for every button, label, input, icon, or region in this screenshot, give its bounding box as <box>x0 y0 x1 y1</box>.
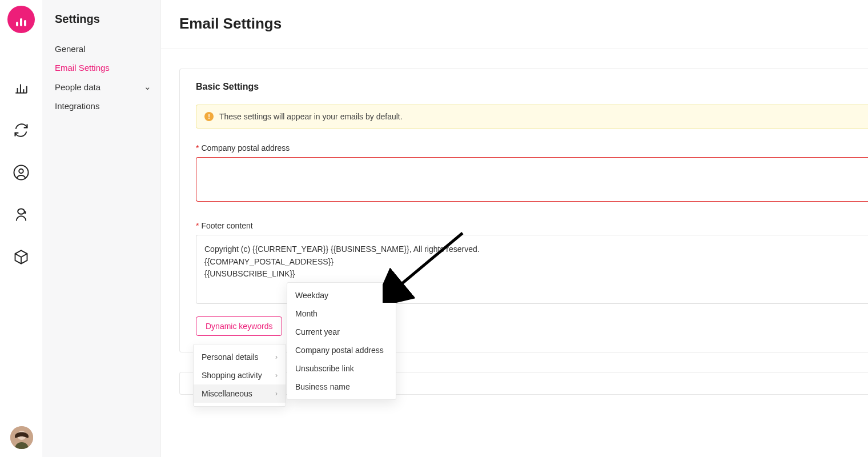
required-asterisk: * <box>196 143 199 153</box>
basic-settings-card: Basic Settings ! These settings will app… <box>179 69 868 352</box>
info-icon: ! <box>204 112 214 121</box>
submenu-item-company-postal-address[interactable]: Company postal address <box>287 341 396 359</box>
miscellaneous-submenu: Weekday Month Current year Company posta… <box>287 282 396 400</box>
menu-item-shopping-activity[interactable]: Shopping activity› <box>194 366 286 384</box>
section-title: Basic Settings <box>196 82 868 92</box>
page-title: Email Settings <box>179 15 868 33</box>
header-divider <box>161 49 868 49</box>
svg-point-6 <box>19 169 23 174</box>
settings-sidebar: Settings General Email Settings People d… <box>42 0 161 457</box>
person-headset-icon[interactable] <box>12 206 30 224</box>
dynamic-keywords-button[interactable]: Dynamic keywords <box>196 316 282 336</box>
sidebar-item-email-settings[interactable]: Email Settings <box>55 58 160 77</box>
chevron-right-icon: › <box>275 371 278 379</box>
submenu-item-business-name[interactable]: Business name <box>287 378 396 396</box>
user-avatar[interactable] <box>10 426 33 449</box>
submenu-item-weekday[interactable]: Weekday <box>287 286 396 304</box>
app-logo[interactable] <box>7 6 35 33</box>
sidebar-item-integrations[interactable]: Integrations <box>55 97 160 115</box>
svg-point-5 <box>14 166 29 180</box>
sidebar-item-general[interactable]: General <box>55 39 160 58</box>
company-address-label: * Company postal address <box>196 143 868 153</box>
dynamic-keywords-menu: Personal details› Shopping activity› Mis… <box>193 344 286 407</box>
chevron-right-icon: › <box>275 390 278 398</box>
submenu-item-unsubscribe-link[interactable]: Unsubscribe link <box>287 359 396 378</box>
person-circle-icon[interactable] <box>12 163 30 182</box>
box-icon[interactable] <box>12 248 30 266</box>
svg-point-7 <box>18 209 25 214</box>
footer-content-label: * Footer content <box>196 221 868 230</box>
submenu-item-current-year[interactable]: Current year <box>287 323 396 341</box>
submenu-item-month[interactable]: Month <box>287 304 396 323</box>
sync-icon[interactable] <box>12 121 30 139</box>
company-address-input[interactable] <box>196 157 868 202</box>
app-icon-rail <box>0 0 42 457</box>
sidebar-title: Settings <box>55 13 160 26</box>
menu-item-personal-details[interactable]: Personal details› <box>194 348 286 366</box>
sidebar-item-people-data[interactable]: People data⌄ <box>55 77 160 97</box>
menu-item-miscellaneous[interactable]: Miscellaneous› <box>194 384 286 403</box>
analytics-icon[interactable] <box>12 79 30 97</box>
chevron-right-icon: › <box>275 353 278 361</box>
info-alert: ! These settings will appear in your ema… <box>196 105 868 129</box>
alert-text: These settings will appear in your email… <box>219 112 403 121</box>
chevron-down-icon: ⌄ <box>144 82 151 92</box>
required-asterisk: * <box>196 221 199 230</box>
